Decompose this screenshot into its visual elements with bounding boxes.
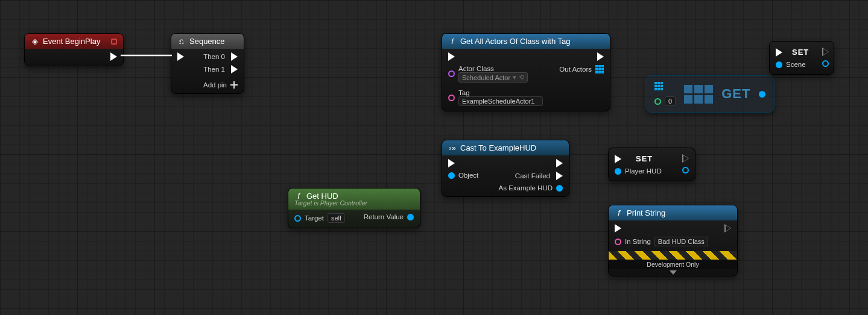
expand-icon[interactable] — [670, 270, 677, 275]
exec-out-pin[interactable] — [231, 52, 238, 61]
target-pin[interactable] — [294, 215, 301, 222]
node-title: Sequence — [189, 37, 225, 46]
pin-label: Return Value — [364, 213, 404, 220]
exec-in-pin[interactable] — [448, 159, 455, 167]
exec-in-pin[interactable] — [615, 155, 621, 163]
int-pin[interactable] — [654, 98, 661, 105]
index-input[interactable]: 0 — [665, 96, 676, 106]
pin-label: Cast Failed — [515, 172, 550, 179]
object-out-pin[interactable] — [407, 214, 414, 220]
exec-out-pin[interactable] — [597, 52, 604, 61]
node-title: Get All Actors Of Class with Tag — [460, 37, 571, 46]
exec-out-pin-failed[interactable] — [556, 172, 563, 180]
exec-in-pin[interactable] — [615, 224, 621, 232]
exec-out-pin[interactable] — [682, 154, 689, 163]
object-out-pin[interactable] — [822, 60, 829, 67]
class-pin[interactable] — [448, 70, 455, 77]
flow-icon: ⎌ — [177, 37, 186, 46]
exec-out-pin[interactable] — [231, 65, 238, 73]
exec-in-pin[interactable] — [448, 52, 455, 61]
set-title: SET — [636, 154, 653, 163]
event-icon: ◈ — [31, 37, 39, 46]
node-title: Cast To ExampleHUD — [460, 143, 536, 152]
exec-out-pin[interactable] — [822, 48, 829, 56]
get-graphic-icon — [684, 85, 713, 104]
dev-only-label: Development Only — [609, 260, 737, 269]
exec-out-pin[interactable] — [556, 159, 563, 167]
var-label: Player HUD — [625, 167, 662, 175]
self-value[interactable]: self — [328, 213, 345, 223]
node-get-all-actors[interactable]: f Get All Actors Of Class with Tag Actor… — [442, 33, 610, 111]
object-out-pin[interactable] — [759, 91, 765, 98]
node-array-get[interactable]: 0 GET — [645, 75, 775, 113]
var-label: Scene — [786, 61, 806, 68]
name-pin[interactable] — [448, 95, 455, 101]
node-event-beginplay[interactable]: ◈ Event BeginPlay — [24, 33, 124, 66]
array-pin[interactable] — [595, 65, 604, 73]
array-in-pin[interactable] — [654, 82, 676, 90]
add-pin-button[interactable]: Add pin — [203, 81, 238, 89]
node-sequence[interactable]: ⎌ Sequence Then 0 Then 1 Add pin — [171, 33, 244, 94]
pin-label: Object — [458, 172, 478, 179]
exec-in-pin[interactable] — [776, 48, 782, 57]
hazard-stripe — [609, 251, 737, 260]
node-cast-examplehud[interactable]: ›» Cast To ExampleHUD Object Cast Failed… — [442, 140, 569, 197]
exec-out-pin[interactable] — [110, 52, 117, 61]
string-pin[interactable] — [615, 239, 621, 245]
node-subtitle: Target is Player Controller — [294, 199, 367, 207]
pin-label: Actor Class — [458, 65, 528, 72]
get-label: GET — [721, 86, 750, 102]
pin-label: Out Actors — [559, 66, 592, 73]
pin-label: As Example HUD — [499, 184, 553, 192]
object-out-pin[interactable] — [682, 167, 689, 173]
plus-icon — [230, 81, 238, 89]
warning-icon — [111, 39, 117, 45]
node-title: Print String — [627, 208, 665, 217]
pin-label: Target — [305, 214, 324, 222]
node-set-scene[interactable]: SET Scene — [769, 41, 834, 75]
exec-out-pin[interactable] — [724, 224, 731, 232]
pin-label: Then 0 — [203, 53, 225, 60]
node-get-hud[interactable]: fGet HUD Target is Player Controller Tar… — [288, 188, 420, 228]
node-set-playerhud[interactable]: SET Player HUD — [608, 148, 695, 181]
cast-icon: ›» — [448, 144, 457, 152]
class-selector[interactable]: Scheduled Actor▾⟲ — [458, 72, 528, 83]
exec-in-pin[interactable] — [177, 52, 184, 61]
tag-input[interactable]: ExampleScheduleActor1 — [458, 96, 543, 106]
node-print-string[interactable]: f Print String In StringBad HUD Class De… — [608, 205, 738, 276]
pin-label: Then 1 — [203, 66, 225, 73]
set-title: SET — [792, 48, 809, 57]
string-input[interactable]: Bad HUD Class — [654, 237, 708, 246]
pin-label: Tag — [458, 89, 543, 96]
object-out-pin[interactable] — [556, 185, 563, 192]
object-in-pin[interactable] — [448, 172, 455, 179]
object-in-pin[interactable] — [615, 168, 621, 175]
pin-label: In String — [625, 238, 651, 245]
object-in-pin[interactable] — [776, 61, 782, 68]
function-icon: f — [448, 37, 457, 46]
function-icon: f — [615, 209, 623, 217]
node-title: Event BeginPlay — [43, 37, 100, 46]
